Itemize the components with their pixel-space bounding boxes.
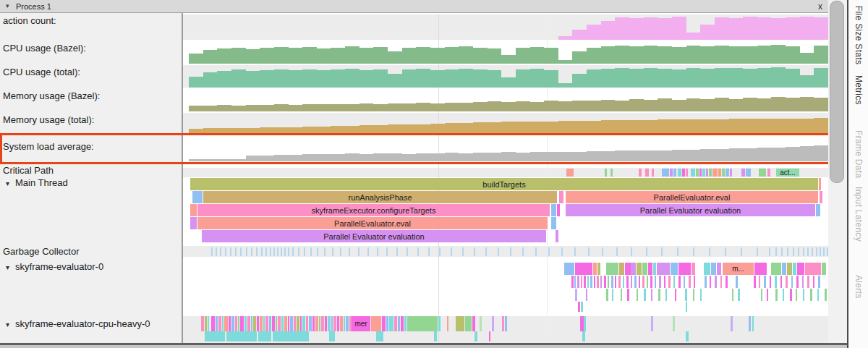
skyframe-evaluator-cpu-heavy-0-slice[interactable] — [276, 316, 277, 331]
skyframe-evaluator-cpu-heavy-0-slice[interactable] — [247, 316, 250, 331]
main-thread-slice[interactable]: skyframeExecutor.configureTargets — [197, 204, 550, 216]
skyframe-evaluator-cpu-heavy-0-slice[interactable] — [260, 316, 263, 331]
skyframe-evaluator-0-slice[interactable] — [736, 276, 738, 288]
skyframe-evaluator-0-slice[interactable] — [655, 276, 656, 288]
gc-tick[interactable] — [428, 247, 430, 256]
gc-tick[interactable] — [769, 247, 770, 256]
skyframe-evaluator-0-slice[interactable] — [631, 263, 636, 275]
gc-tick[interactable] — [787, 247, 788, 256]
skyframe-evaluator-0-slice[interactable] — [817, 289, 819, 301]
gc-tick[interactable] — [677, 247, 678, 256]
skyframe-evaluator-0-slice[interactable] — [618, 276, 621, 288]
skyframe-evaluator-cpu-heavy-0-slice[interactable] — [238, 316, 239, 331]
skyframe-evaluator-0-slice[interactable] — [780, 276, 782, 288]
skyframe-evaluator-0-slice[interactable] — [822, 263, 826, 275]
skyframe-evaluator-0-slice[interactable] — [700, 289, 702, 301]
critical-path-slice[interactable] — [702, 169, 705, 177]
gc-tick[interactable] — [485, 247, 487, 256]
skyframe-evaluator-0-slice[interactable] — [710, 276, 711, 288]
skyframe-evaluator-0-slice[interactable] — [608, 276, 609, 288]
skyframe-evaluator-cpu-heavy-0-slice[interactable] — [229, 316, 231, 331]
gc-tick[interactable] — [277, 247, 278, 256]
skyframe-evaluator-cpu-heavy-0-slice[interactable] — [251, 316, 252, 331]
gc-tick[interactable] — [616, 247, 618, 256]
main-thread-slice[interactable] — [556, 230, 558, 242]
gc-tick[interactable] — [358, 247, 359, 256]
critical-path-slice[interactable] — [696, 169, 699, 177]
skyframe-evaluator-0-slice[interactable] — [575, 289, 577, 301]
skyframe-evaluator-cpu-heavy-0-slice[interactable] — [371, 316, 381, 331]
skyframe-evaluator-cpu-heavy-0-slice[interactable] — [312, 316, 315, 331]
gc-tick[interactable] — [820, 247, 821, 256]
critical-path-slice[interactable] — [712, 169, 718, 177]
gc-tick[interactable] — [646, 247, 647, 256]
main-thread-slice[interactable] — [192, 191, 203, 203]
gc-tick[interactable] — [548, 247, 550, 256]
skyframe-evaluator-cpu-heavy-0-slice[interactable] — [216, 316, 218, 331]
critical-path-slice[interactable] — [639, 169, 642, 177]
main-thread-slice[interactable]: buildTargets — [190, 178, 818, 190]
horizontal-scrollbar[interactable] — [0, 343, 847, 348]
skyframe-evaluator-cpu-heavy-0-slice[interactable] — [582, 331, 585, 341]
skyframe-evaluator-0-slice[interactable] — [647, 276, 648, 288]
critical-path-slice[interactable] — [678, 169, 681, 177]
skyframe-evaluator-0-slice[interactable] — [693, 289, 694, 301]
skyframe-evaluator-0-slice[interactable] — [761, 289, 762, 301]
skyframe-evaluator-0-slice[interactable] — [578, 302, 580, 312]
vertical-scrollbar-thumb[interactable] — [830, 1, 844, 183]
gc-tick[interactable] — [265, 247, 267, 256]
gc-tick[interactable] — [602, 247, 603, 256]
skyframe-evaluator-cpu-heavy-0-slice[interactable] — [258, 331, 271, 341]
skyframe-evaluator-0-slice[interactable] — [611, 276, 613, 288]
skyframe-evaluator-0-slice[interactable] — [625, 263, 631, 275]
skyframe-evaluator-0-slice[interactable] — [720, 276, 722, 288]
main-thread-slice[interactable] — [190, 204, 197, 216]
skyframe-evaluator-cpu-heavy-0-slice[interactable] — [208, 316, 209, 331]
gc-tick[interactable] — [216, 247, 217, 256]
skyframe-evaluator-0-slice[interactable] — [678, 263, 691, 275]
skyframe-evaluator-cpu-heavy-0-slice[interactable] — [731, 316, 733, 331]
skyframe-evaluator-cpu-heavy-0-slice[interactable] — [222, 316, 224, 331]
skyframe-evaluator-cpu-heavy-0-slice[interactable] — [344, 316, 345, 331]
skyframe-evaluator-0-slice[interactable] — [805, 263, 821, 275]
skyframe-evaluator-0-slice[interactable] — [685, 289, 687, 301]
skyframe-evaluator-0-slice[interactable] — [783, 289, 784, 301]
gc-tick[interactable] — [298, 247, 299, 256]
skyframe-evaluator-0-slice[interactable] — [597, 263, 600, 275]
gc-tick[interactable] — [317, 247, 318, 256]
main-thread-slice[interactable] — [551, 217, 556, 229]
skyframe-evaluator-cpu-heavy-0-slice[interactable] — [297, 316, 299, 331]
skyframe-evaluator-cpu-heavy-0-slice[interactable] — [331, 316, 333, 331]
critical-path-slice[interactable] — [730, 169, 732, 177]
gc-tick[interactable] — [225, 247, 226, 256]
skyframe-evaluator-0-slice[interactable] — [651, 289, 652, 301]
action-count-chart[interactable] — [189, 14, 828, 40]
skyframe-evaluator-cpu-heavy-0-slice[interactable] — [686, 331, 689, 341]
critical-path-slice[interactable] — [605, 169, 607, 177]
skyframe-evaluator-0-slice[interactable] — [586, 289, 587, 301]
skyframe-evaluator-0-slice[interactable] — [796, 289, 797, 301]
main-thread-slice[interactable]: runAnalysisPhase — [203, 191, 557, 203]
skyframe-evaluator-0-slice[interactable] — [590, 276, 592, 288]
main-thread-collapse-arrow-icon[interactable]: ▾ — [6, 179, 9, 187]
skyframe-evaluator-0-slice[interactable] — [581, 276, 582, 288]
critical-path-slice[interactable] — [670, 169, 673, 177]
skyframe-evaluator-0-slice[interactable] — [658, 289, 660, 301]
critical-path-slice[interactable] — [682, 169, 685, 177]
skyframe-evaluator-cpu-heavy-0-slice[interactable] — [235, 316, 237, 331]
critical-path-slice[interactable] — [691, 169, 695, 177]
gc-tick[interactable] — [367, 247, 369, 256]
gc-tick[interactable] — [332, 247, 333, 256]
gc-tick[interactable] — [498, 247, 499, 256]
skyframe-evaluator-cpu-heavy-0-slice[interactable] — [401, 316, 404, 331]
skyframe-evaluator-cpu-heavy-0-slice[interactable] — [226, 331, 257, 341]
skyframe-evaluator-0-slice[interactable] — [657, 263, 670, 275]
gc-tick[interactable] — [535, 247, 537, 256]
critical-path-slice[interactable] — [726, 169, 729, 177]
skyframe-evaluator-0-slice[interactable] — [627, 289, 629, 301]
critical-path-slice[interactable] — [686, 169, 688, 177]
gc-tick[interactable] — [240, 247, 242, 256]
gc-tick[interactable] — [781, 247, 783, 256]
skyframe-evaluator-cpu-heavy-0-slice[interactable] — [281, 316, 284, 331]
skyframe-evaluator-cpu-heavy-0-slice[interactable] — [306, 316, 308, 331]
